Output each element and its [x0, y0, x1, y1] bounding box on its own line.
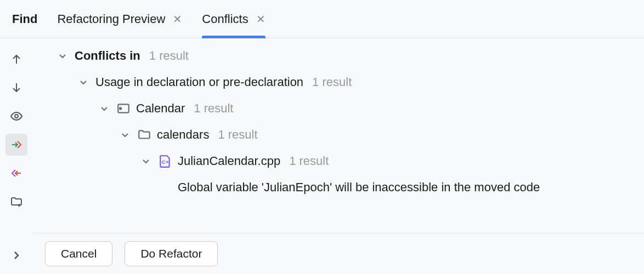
result-count: 1 result [218, 128, 257, 142]
expand-panel-icon[interactable] [5, 244, 27, 266]
chevron-down-icon[interactable] [98, 104, 111, 113]
tree-file-node[interactable]: C+ JulianCalendar.cpp 1 result [33, 148, 640, 174]
chevron-down-icon[interactable] [139, 157, 152, 165]
folder-icon [137, 128, 151, 142]
tree-folder-label: calendars [157, 128, 209, 142]
result-count: 1 result [149, 49, 189, 63]
tree-module-node[interactable]: Calendar 1 result [33, 95, 640, 122]
tree-usage-node[interactable]: Usage in declaration or pre-declaration … [33, 69, 640, 95]
do-refactor-button[interactable]: Do Refactor [125, 241, 218, 266]
tab-bar: Find Refactoring Preview ✕ Conflicts ✕ [0, 0, 644, 38]
tree-root-label: Conflicts in [75, 49, 140, 63]
eye-icon[interactable] [5, 105, 27, 127]
tab-find[interactable]: Find [12, 0, 37, 38]
tree-module-label: Calendar [136, 101, 185, 116]
conflict-tree: Conflicts in 1 result Usage in declarati… [33, 43, 644, 233]
import-icon[interactable] [5, 134, 27, 156]
result-count: 1 result [289, 154, 329, 168]
conflict-message-row[interactable]: Global variable 'JulianEpoch' will be in… [33, 174, 640, 201]
close-icon[interactable]: ✕ [256, 14, 265, 25]
arrow-up-icon[interactable] [5, 48, 27, 70]
cpp-file-icon: C+ [158, 154, 172, 168]
close-icon[interactable]: ✕ [173, 14, 182, 25]
svg-point-0 [15, 115, 18, 118]
content-area: Conflicts in 1 result Usage in declarati… [33, 38, 644, 274]
result-count: 1 result [194, 101, 233, 116]
tab-label: Find [12, 12, 37, 26]
result-count: 1 result [312, 75, 352, 89]
tree-root[interactable]: Conflicts in 1 result [33, 43, 640, 69]
conflict-message: Global variable 'JulianEpoch' will be in… [178, 180, 540, 195]
arrow-down-icon[interactable] [5, 77, 27, 99]
footer-buttons: Cancel Do Refactor [33, 233, 644, 274]
cancel-button[interactable]: Cancel [45, 241, 112, 266]
chevron-down-icon[interactable] [56, 52, 69, 60]
folder-filter-icon[interactable] [5, 191, 27, 213]
tree-file-label: JulianCalendar.cpp [178, 154, 280, 168]
chevron-down-icon[interactable] [77, 78, 90, 87]
main-area: Conflicts in 1 result Usage in declarati… [0, 38, 644, 274]
tree-folder-node[interactable]: calendars 1 result [33, 122, 640, 148]
side-toolbar [0, 38, 33, 274]
tab-refactoring-preview[interactable]: Refactoring Preview ✕ [57, 0, 182, 38]
tab-label: Refactoring Preview [57, 12, 165, 26]
tab-conflicts[interactable]: Conflicts ✕ [202, 0, 265, 38]
chevron-down-icon[interactable] [118, 130, 132, 139]
svg-text:C+: C+ [162, 159, 169, 165]
module-icon [116, 101, 131, 116]
svg-point-2 [120, 107, 121, 109]
tree-usage-label: Usage in declaration or pre-declaration [95, 75, 303, 89]
export-icon[interactable] [5, 162, 27, 184]
tab-label: Conflicts [202, 12, 248, 26]
